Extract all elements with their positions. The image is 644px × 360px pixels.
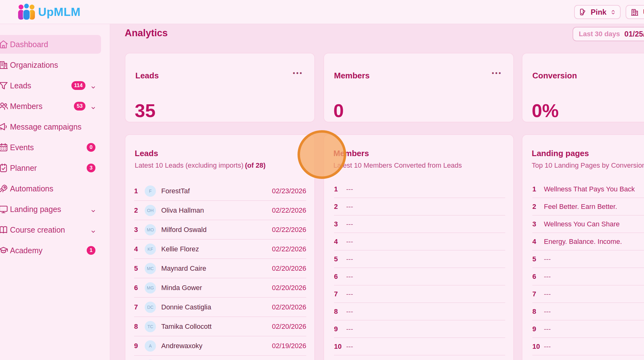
lead-name: ForestTaf — [161, 187, 272, 195]
table-row[interactable]: 6 --- — [532, 268, 644, 285]
date-range-label: Last 30 days — [579, 30, 620, 38]
sidebar-item-members[interactable]: Members 53 — [0, 97, 110, 116]
landing-page-name: Feel Better. Earn Better. — [544, 203, 617, 211]
table-row[interactable]: 10 F ForestTaf 02/16/2026 — [134, 356, 306, 360]
table-row[interactable]: 3 Wellness You Can Share — [532, 215, 644, 233]
row-rank: 2 — [334, 203, 346, 211]
row-rank: 4 — [334, 238, 346, 246]
row-rank: 2 — [532, 203, 544, 211]
table-row[interactable]: 8 --- — [334, 303, 505, 320]
row-rank: 6 — [334, 273, 346, 281]
table-row[interactable]: 9 --- — [334, 320, 505, 338]
sidebar-item-label: Dashboard — [10, 40, 48, 49]
sidebar-item-organizations[interactable]: Organizations — [0, 56, 110, 74]
sidebar-item-label: Landing pages — [10, 205, 61, 214]
landing-page-name: --- — [544, 273, 551, 281]
sidebar-item-label: Course creation — [10, 225, 65, 234]
lead-name: Oliva Hallman — [161, 206, 272, 215]
table-row[interactable]: 4 KF Kellie Florez 02/22/2026 — [134, 239, 306, 259]
avatar: MO — [145, 224, 156, 235]
theme-selector-button[interactable]: Pink — [574, 5, 621, 19]
landing-rows: 1 Wellness That Pays You Back 2 Feel Bet… — [532, 180, 644, 355]
table-row[interactable]: 3 --- — [334, 215, 505, 233]
people-icon — [0, 101, 9, 111]
stat-value: 0 — [333, 101, 344, 120]
row-rank: 7 — [134, 303, 145, 311]
brand-name: UpMLM — [38, 6, 80, 19]
avatar: OH — [145, 205, 156, 216]
table-row[interactable]: 10 --- — [532, 338, 644, 355]
chevron-down-icon[interactable] — [90, 83, 96, 89]
table-row[interactable]: 5 --- — [334, 250, 505, 268]
row-rank: 6 — [134, 284, 145, 292]
graduation-cap-icon — [0, 245, 9, 256]
landing-page-name: --- — [544, 290, 551, 298]
landing-page-name: --- — [544, 308, 551, 316]
sidebar-item-academy[interactable]: Academy 1 — [0, 241, 110, 260]
table-row[interactable]: 7 DC Donnie Castiglia 02/20/2026 — [134, 298, 306, 317]
table-row[interactable]: 5 --- — [532, 250, 644, 268]
row-rank: 5 — [134, 264, 145, 273]
sidebar-item-planner[interactable]: Planner 3 — [0, 159, 110, 177]
chevron-down-icon[interactable] — [90, 227, 96, 233]
table-row[interactable]: 1 F ForestTaf 02/23/2026 — [134, 181, 306, 201]
sidebar-item-course-creation[interactable]: Course creation — [0, 220, 110, 239]
lead-name: Tamika Collocott — [161, 323, 272, 331]
member-name: --- — [346, 203, 353, 211]
sidebar-item-events[interactable]: Events 0 — [0, 138, 110, 157]
sidebar-item-leads[interactable]: Leads 114 — [0, 76, 110, 95]
row-rank: 6 — [532, 273, 544, 281]
chevron-down-icon[interactable] — [90, 207, 96, 212]
sidebar-item-landing-pages[interactable]: Landing pages — [0, 200, 110, 219]
list-subtitle: Top 10 Landing Pages by Conversions — [532, 161, 644, 170]
member-name: --- — [346, 220, 353, 228]
member-name: --- — [346, 185, 353, 193]
table-row[interactable]: 9 A Andrewaxoky 02/19/2026 — [134, 336, 306, 356]
events-count-badge: 0 — [87, 143, 95, 152]
table-row[interactable]: 3 MO Milford Oswald 02/22/2026 — [134, 220, 306, 239]
table-row[interactable]: 2 --- — [334, 198, 505, 215]
lead-date: 02/20/2026 — [272, 323, 306, 331]
table-row[interactable]: 1 Wellness That Pays You Back — [532, 180, 644, 198]
table-row[interactable]: 9 --- — [532, 320, 644, 338]
table-row[interactable]: 4 Energy. Balance. Income. — [532, 233, 644, 250]
table-row[interactable]: 7 --- — [334, 285, 505, 303]
sidebar-item-dashboard[interactable]: Dashboard — [0, 35, 101, 54]
organization-button[interactable]: U — [626, 5, 644, 19]
upmlm-logo-icon[interactable] — [17, 3, 36, 21]
avatar: F — [145, 185, 156, 197]
row-rank: 2 — [134, 206, 145, 215]
leads-rows: 1 F ForestTaf 02/23/2026 2 OH Oliva Hall… — [134, 181, 306, 360]
date-range-picker[interactable]: Last 30 days 01/25/20 — [573, 27, 644, 41]
lead-name: Donnie Castiglia — [161, 303, 272, 311]
date-range-value: 01/25/20 — [624, 30, 644, 38]
table-row[interactable]: 1 --- — [334, 180, 505, 198]
lead-name: Andrewaxoky — [161, 342, 272, 350]
table-row[interactable]: 4 --- — [334, 233, 505, 250]
ellipsis-menu-icon[interactable]: ••• — [293, 70, 303, 77]
table-row[interactable]: 6 --- — [334, 268, 505, 285]
table-row[interactable]: 8 TC Tamika Collocott 02/20/2026 — [134, 317, 306, 336]
table-row[interactable]: 2 Feel Better. Earn Better. — [532, 198, 644, 215]
ellipsis-menu-icon[interactable]: ••• — [492, 70, 502, 77]
table-row[interactable]: 8 --- — [532, 303, 644, 320]
leads-count-badge: 114 — [71, 81, 85, 90]
calendar-icon — [0, 142, 9, 153]
rocket-icon — [0, 183, 9, 194]
table-row[interactable]: 10 --- — [334, 338, 505, 355]
table-row[interactable]: 7 --- — [532, 285, 644, 303]
sidebar-item-automations[interactable]: Automations — [0, 179, 110, 198]
table-row[interactable]: 6 MG Minda Gower 02/20/2026 — [134, 278, 306, 298]
chevron-down-icon[interactable] — [90, 104, 96, 109]
members-count-badge: 53 — [74, 102, 85, 111]
member-name: --- — [346, 238, 353, 246]
members-stat-card: Members ••• 0 — [323, 53, 514, 122]
lead-name: Minda Gower — [161, 284, 272, 292]
landing-page-name: Wellness That Pays You Back — [544, 185, 635, 193]
row-rank: 9 — [134, 342, 145, 350]
table-row[interactable]: 2 OH Oliva Hallman 02/22/2026 — [134, 201, 306, 220]
table-row[interactable]: 5 MC Maynard Caire 02/20/2026 — [134, 259, 306, 278]
sidebar-item-message-campaigns[interactable]: Message campaigns — [0, 117, 110, 136]
lead-date: 02/22/2026 — [272, 206, 306, 215]
sidebar-item-label: Automations — [10, 184, 53, 193]
